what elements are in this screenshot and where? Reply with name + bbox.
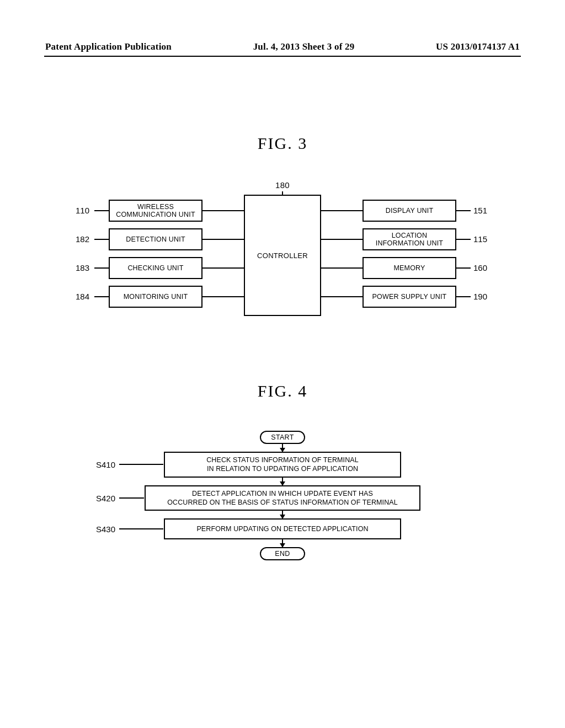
label: POWER SUPPLY UNIT [372, 293, 447, 301]
page-header: Patent Application Publication Jul. 4, 2… [44, 41, 521, 57]
ref-190: 190 [473, 292, 487, 301]
ref-s420: S420 [96, 493, 115, 502]
arrow-down [282, 444, 283, 452]
arrow-down [282, 511, 283, 518]
end-label: END [275, 550, 290, 558]
ref-dash [119, 464, 163, 465]
step-label: CHECK STATUS INFORMATION OF TERMINAL IN … [206, 456, 359, 473]
box-wireless-comm: WIRELESS COMMUNICATION UNIT [109, 200, 202, 222]
fig4-title: FIG. 4 [44, 382, 521, 400]
ref-dash [94, 267, 109, 269]
ref-182: 182 [76, 234, 89, 244]
start-terminal: START [260, 431, 305, 444]
ref-s430: S430 [96, 524, 115, 534]
ref-dash [456, 267, 471, 269]
arrow-down [282, 478, 283, 485]
header-left: Patent Application Publication [45, 41, 172, 52]
fig4-flowchart: START S410 CHECK STATUS INFORMATION OF T… [111, 431, 454, 560]
ref-dash [94, 239, 109, 240]
fig3-title: FIG. 3 [44, 134, 521, 153]
box-monitoring: MONITORING UNIT [109, 286, 202, 308]
ref-dash [94, 210, 109, 211]
step-s420-row: S420 DETECT APPLICATION IN WHICH UPDATE … [111, 485, 454, 511]
header-mid: Jul. 4, 2013 Sheet 3 of 29 [253, 41, 355, 52]
controller-ref: 180 [275, 180, 290, 190]
connector [321, 210, 363, 211]
label: DISPLAY UNIT [386, 207, 434, 215]
controller-text: CONTROLLER [257, 251, 308, 260]
ref-151: 151 [473, 206, 487, 215]
label: DETECTION UNIT [126, 235, 185, 243]
label: WIRELESS COMMUNICATION UNIT [116, 203, 195, 219]
start-label: START [271, 433, 294, 441]
header-right: US 2013/0174137 A1 [436, 41, 520, 52]
connector [202, 239, 244, 240]
ref-183: 183 [76, 263, 89, 272]
label: CHECKING UNIT [127, 264, 183, 272]
box-checking: CHECKING UNIT [109, 257, 202, 279]
ref-s410: S410 [96, 460, 115, 469]
connector [321, 267, 363, 269]
ref-160: 160 [473, 263, 487, 272]
end-terminal: END [260, 547, 305, 560]
connector [202, 210, 244, 211]
connector [202, 267, 244, 269]
box-display: DISPLAY UNIT [363, 200, 456, 222]
box-detection: DETECTION UNIT [109, 228, 202, 250]
ref-184: 184 [76, 292, 89, 301]
ref-dash [456, 210, 471, 211]
step-s410: CHECK STATUS INFORMATION OF TERMINAL IN … [164, 452, 401, 478]
ref-115: 115 [473, 234, 487, 244]
label: MEMORY [393, 264, 425, 272]
arrow-head-icon [280, 543, 285, 548]
connector [321, 296, 363, 297]
box-location: LOCATION INFORMATION UNIT [363, 228, 456, 250]
connector [202, 296, 244, 297]
ref-dash [94, 296, 109, 297]
step-s430-row: S430 PERFORM UPDATING ON DETECTED APPLIC… [111, 518, 454, 539]
arrow-down [282, 539, 283, 547]
ref-dash [456, 239, 471, 240]
step-s430: PERFORM UPDATING ON DETECTED APPLICATION [164, 518, 401, 539]
box-power: POWER SUPPLY UNIT [363, 286, 456, 308]
step-label: DETECT APPLICATION IN WHICH UPDATE EVENT… [167, 490, 398, 506]
ref-dash [119, 528, 163, 529]
box-memory: MEMORY [363, 257, 456, 279]
controller-lead-line [282, 191, 283, 196]
label: MONITORING UNIT [124, 293, 188, 301]
step-label: PERFORM UPDATING ON DETECTED APPLICATION [196, 525, 368, 533]
fig3-diagram: CONTROLLER 180 WIRELESS COMMUNICATION UN… [78, 183, 487, 326]
step-s420: DETECT APPLICATION IN WHICH UPDATE EVENT… [145, 485, 420, 511]
label: LOCATION INFORMATION UNIT [376, 232, 443, 248]
connector [321, 239, 363, 240]
ref-110: 110 [76, 206, 89, 215]
step-s410-row: S410 CHECK STATUS INFORMATION OF TERMINA… [111, 452, 454, 478]
ref-dash [119, 497, 144, 499]
ref-dash [456, 296, 471, 297]
controller-block: CONTROLLER 180 [244, 195, 321, 316]
